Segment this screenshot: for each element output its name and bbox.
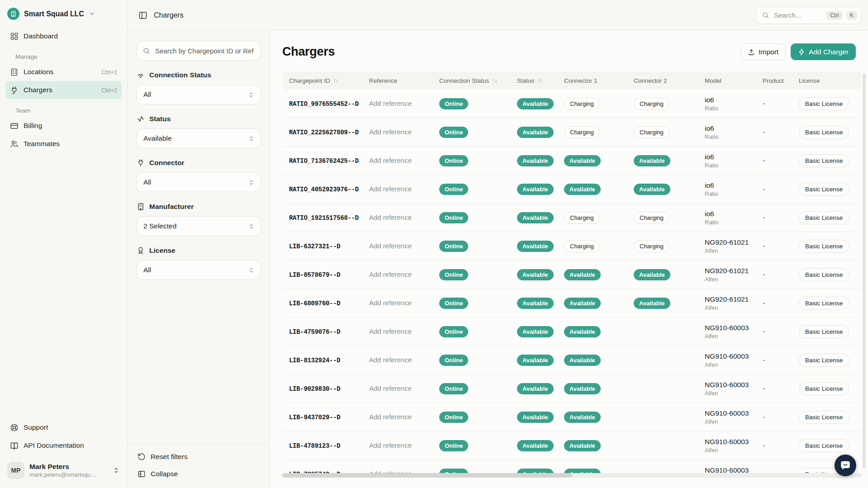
user-menu[interactable]: MP Mark Peters mark.peters@smartsquad... <box>5 457 122 485</box>
col-connector-1: Connector 1 <box>564 77 634 84</box>
table-row[interactable]: LIB-7885742--D Add reference Online Avai… <box>282 460 861 474</box>
license-badge: Basic License <box>799 439 849 452</box>
connection-badge: Online <box>439 212 468 223</box>
table-row[interactable]: RATIO_4052923976--D Add reference Online… <box>282 175 861 204</box>
col-chargepoint-id[interactable]: Chargepoint ID↑↓ <box>282 77 369 84</box>
content: Connection Status All Status <box>128 31 868 488</box>
add-reference-link[interactable]: Add reference <box>369 327 412 335</box>
model-name: io6 <box>705 96 763 104</box>
user-name: Mark Peters <box>29 463 98 471</box>
add-reference-link[interactable]: Add reference <box>369 185 412 193</box>
connector1-badge: Charging <box>564 98 600 110</box>
add-reference-link[interactable]: Add reference <box>369 299 412 307</box>
chevrons-up-down-icon <box>248 223 255 230</box>
table-row[interactable]: LIB-8132924--D Add reference Online Avai… <box>282 346 861 374</box>
table-row[interactable]: LIB-9029830--D Add reference Online Avai… <box>282 374 861 403</box>
connection-status-cell: Online <box>439 241 517 252</box>
connector2-badge: Charging <box>634 240 669 252</box>
table-row[interactable]: RATIO_7136762425--D Add reference Online… <box>282 147 861 175</box>
add-reference-link[interactable]: Add reference <box>369 413 412 421</box>
sidebar-item-dashboard[interactable]: Dashboard <box>5 27 122 45</box>
sidebar-item-billing[interactable]: Billing <box>5 117 122 135</box>
table-row[interactable]: LIB-0578679--D Add reference Online Avai… <box>282 261 861 289</box>
status-badge: Available <box>517 355 554 366</box>
filter-label: Manufacturer <box>149 203 194 211</box>
table-row[interactable]: RATIO_9976555452--D Add reference Online… <box>282 90 861 118</box>
collapse-panel-button[interactable]: Collapse <box>138 470 260 478</box>
add-reference-link[interactable]: Add reference <box>369 441 412 449</box>
connector-2-cell: Available <box>634 155 705 166</box>
add-reference-link[interactable]: Add reference <box>369 242 412 250</box>
charger-plug-icon <box>10 86 19 95</box>
connector-select[interactable]: All <box>137 172 261 192</box>
chat-launcher-button[interactable] <box>835 455 856 476</box>
chargepoint-id: LIB-9437029--D <box>289 414 340 421</box>
sidebar-item-locations[interactable]: Locations Ctrl+1 <box>5 63 122 81</box>
license-badge: Basic License <box>799 211 849 224</box>
manufacturer-name: Ratio <box>705 105 763 112</box>
connector2-badge: Available <box>634 155 670 166</box>
manufacturer-name: Ratio <box>705 190 763 197</box>
table-row[interactable]: RATIO_2225627809--D Add reference Online… <box>282 118 861 147</box>
filter-label: License <box>149 246 175 255</box>
filter-search[interactable] <box>137 41 261 61</box>
table-row[interactable]: RATIO_1921517568--D Add reference Online… <box>282 204 861 232</box>
col-status[interactable]: Status↑↓ <box>517 77 564 84</box>
vertical-scrollbar[interactable] <box>863 73 866 469</box>
sidebar-item-chargers[interactable]: Chargers Ctrl+2 <box>5 81 122 99</box>
connector-2-cell: Charging <box>634 212 705 224</box>
connection-status-select[interactable]: All <box>137 85 261 104</box>
horizontal-scrollbar[interactable] <box>282 473 862 478</box>
add-reference-link[interactable]: Add reference <box>369 356 412 364</box>
avatar: MP <box>7 462 24 479</box>
add-reference-link[interactable]: Add reference <box>369 99 412 107</box>
horizontal-scrollbar-thumb[interactable] <box>282 473 572 478</box>
col-connection-status[interactable]: Connection Status↑↓ <box>439 77 517 84</box>
status-badge: Available <box>517 184 554 195</box>
connector-1-cell: Available <box>564 355 634 366</box>
sidebar-toggle-icon[interactable] <box>138 11 147 20</box>
table-row[interactable]: LIB-6809760--D Add reference Online Avai… <box>282 289 861 317</box>
license-badge: Basic License <box>799 183 849 196</box>
workspace-switcher[interactable]: Smart Squad LLC <box>0 0 127 25</box>
filter-label: Status <box>149 115 171 123</box>
add-charger-button[interactable]: Add Charger <box>791 43 856 60</box>
table-row[interactable]: LIB-9437029--D Add reference Online Avai… <box>282 403 861 431</box>
connector2-badge: Available <box>634 269 670 280</box>
sidebar-item-api-documentation[interactable]: API Documentation <box>5 436 122 455</box>
connector-1-cell: Available <box>564 298 634 309</box>
award-icon <box>137 246 145 255</box>
global-search-input[interactable] <box>773 11 823 19</box>
breadcrumb: Chargers <box>154 11 184 19</box>
user-meta: Mark Peters mark.peters@smartsquad... <box>29 463 98 478</box>
table-row[interactable]: LIB-6327321--D Add reference Online Avai… <box>282 232 861 261</box>
connector2-badge: Charging <box>634 212 669 224</box>
global-search[interactable]: Ctrl K <box>756 7 861 24</box>
manufacturer-select[interactable]: 2 Selected <box>137 216 261 236</box>
license-badge: Basic License <box>799 154 849 167</box>
kbd-ctrl: Ctrl <box>826 11 842 20</box>
license-select[interactable]: All <box>137 260 261 280</box>
connection-status-cell: Online <box>439 269 517 280</box>
sidebar-item-teammates[interactable]: Teammates <box>5 135 122 153</box>
sidebar-item-support[interactable]: Support <box>5 418 122 436</box>
reset-filters-button[interactable]: Reset filters <box>138 453 260 461</box>
product-cell: - <box>763 356 765 364</box>
status-select[interactable]: Available <box>137 128 261 148</box>
app: Smart Squad LLC Dashboard Manage Locatio… <box>0 0 868 488</box>
table-row[interactable]: LIB-4759076--D Add reference Online Avai… <box>282 317 861 346</box>
add-reference-link[interactable]: Add reference <box>369 156 412 164</box>
import-button[interactable]: Import <box>740 43 786 60</box>
connector-1-cell: Charging <box>564 98 634 110</box>
add-reference-link[interactable]: Add reference <box>369 213 412 221</box>
add-reference-link[interactable]: Add reference <box>369 270 412 278</box>
connector1-badge: Available <box>564 355 601 366</box>
chargepoint-id: LIB-9029830--D <box>289 385 340 393</box>
add-reference-link[interactable]: Add reference <box>369 128 412 136</box>
filter-search-input[interactable] <box>154 47 255 55</box>
add-reference-link[interactable]: Add reference <box>369 384 412 392</box>
shortcut-badge: Ctrl+2 <box>101 87 117 94</box>
company-name: Smart Squad LLC <box>24 10 84 18</box>
connection-status-cell: Online <box>439 184 517 195</box>
table-row[interactable]: LIB-4789123--D Add reference Online Avai… <box>282 431 861 460</box>
